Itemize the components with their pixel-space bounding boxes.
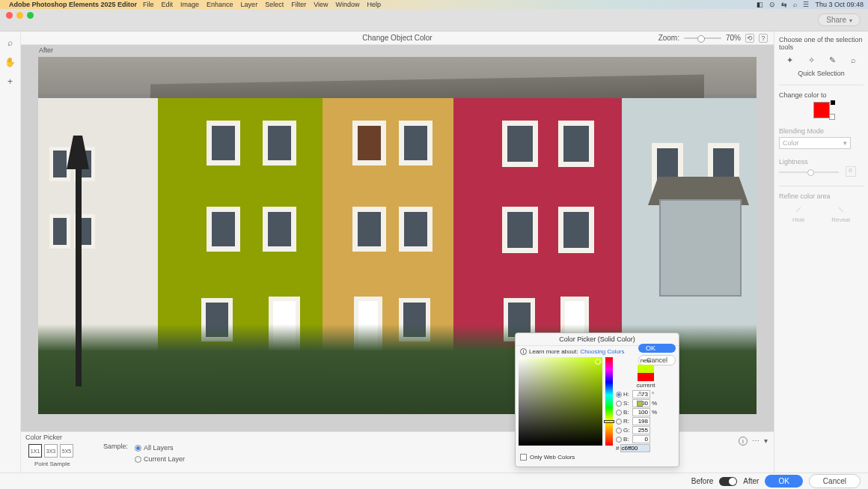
options-panel-label: Color Picker bbox=[25, 434, 62, 441]
menu-enhance[interactable]: Enhance bbox=[207, 1, 233, 8]
app-name: Adobe Photoshop Elements 2025 Editor bbox=[9, 1, 137, 8]
bb-input[interactable] bbox=[632, 435, 650, 443]
control-icon[interactable]: ⇆ bbox=[781, 1, 787, 8]
new-current-swatches bbox=[638, 365, 654, 381]
magic-wand-tool-icon[interactable]: ✧ bbox=[808, 55, 815, 65]
choosing-colors-link[interactable]: Choosing Colors bbox=[580, 348, 624, 355]
maximize-window-button[interactable] bbox=[27, 12, 34, 19]
menubar-datetime[interactable]: Thu 3 Oct 09:48 bbox=[815, 1, 864, 8]
add-tool-icon[interactable]: + bbox=[7, 76, 13, 87]
help-icon[interactable]: ? bbox=[759, 34, 768, 43]
after-toggle-label: After bbox=[743, 477, 759, 485]
menu-help[interactable]: Help bbox=[367, 1, 382, 8]
point-sample-label: Point Sample bbox=[34, 461, 70, 467]
hand-tool-icon[interactable]: ✋ bbox=[4, 57, 16, 67]
menu-file[interactable]: File bbox=[143, 1, 154, 8]
before-toggle-label: Before bbox=[691, 477, 713, 485]
mac-menubar: Adobe Photoshop Elements 2025 Editor Fil… bbox=[0, 0, 868, 9]
menu-image[interactable]: Image bbox=[180, 1, 199, 8]
learn-more-label: Learn more about: bbox=[529, 348, 578, 355]
quick-selection-label: Quick Selection bbox=[779, 70, 864, 77]
menu-layer[interactable]: Layer bbox=[241, 1, 258, 8]
control-center-icon[interactable]: ☰ bbox=[803, 1, 809, 8]
choose-tool-label: Choose one of the selection tools bbox=[779, 36, 864, 51]
sb-picker-dot[interactable] bbox=[595, 359, 601, 365]
zoom-slider[interactable] bbox=[684, 37, 721, 39]
page-title: Change Object Color bbox=[362, 34, 432, 42]
close-window-button[interactable] bbox=[6, 12, 13, 19]
search-icon[interactable]: ⌕ bbox=[793, 1, 797, 8]
zoom-tool-icon[interactable]: ⌕ bbox=[7, 37, 13, 48]
lightness-label: Lightness bbox=[779, 158, 864, 165]
bb-radio[interactable] bbox=[616, 437, 622, 443]
radio-current-layer[interactable] bbox=[135, 456, 141, 463]
color-picker-dialog: Color Picker (Solid Color) i Learn more … bbox=[515, 332, 679, 467]
saturation-brightness-field[interactable] bbox=[519, 357, 602, 446]
radio-all-layers[interactable] bbox=[135, 445, 141, 452]
menu-select[interactable]: Select bbox=[265, 1, 284, 8]
zoom-label: Zoom: bbox=[658, 34, 679, 42]
chevron-down-icon[interactable]: ▾ bbox=[764, 437, 768, 446]
sample-5x5[interactable]: 5X5 bbox=[60, 444, 73, 458]
zoom-tool-icon[interactable]: ⌕ bbox=[851, 55, 856, 65]
reveal-brush[interactable]: ⟍Reveal bbox=[831, 204, 850, 223]
blending-mode-select[interactable]: Color▾ bbox=[779, 137, 851, 149]
info-circle-icon[interactable]: i bbox=[739, 437, 748, 446]
b-radio[interactable] bbox=[616, 410, 622, 416]
zoom-value: 70% bbox=[726, 34, 741, 42]
current-layer-label[interactable]: Current Layer bbox=[144, 455, 185, 463]
auto-select-tool-icon[interactable]: ✦ bbox=[786, 55, 793, 65]
all-layers-label[interactable]: All Layers bbox=[144, 444, 174, 452]
minimize-window-button[interactable] bbox=[16, 12, 23, 19]
more-icon[interactable]: ⋯ bbox=[752, 437, 760, 446]
h-radio[interactable] bbox=[616, 392, 622, 398]
hex-input[interactable] bbox=[620, 444, 650, 452]
wifi-icon[interactable]: ⊙ bbox=[769, 1, 775, 8]
share-button[interactable]: Share bbox=[818, 13, 861, 26]
reset-icon[interactable]: ⟲ bbox=[745, 34, 754, 43]
hue-slider[interactable] bbox=[605, 357, 613, 446]
r-radio[interactable] bbox=[616, 419, 622, 425]
new-label: new bbox=[616, 357, 676, 364]
sample-1x1[interactable]: 1X1 bbox=[28, 444, 42, 458]
refine-label: Refine color area bbox=[779, 192, 864, 200]
g-input[interactable] bbox=[632, 426, 650, 434]
gamut-warning-icon[interactable]: ⚠ bbox=[637, 390, 643, 398]
b-input[interactable] bbox=[632, 408, 650, 416]
ok-button[interactable]: OK bbox=[765, 475, 802, 488]
menu-edit[interactable]: Edit bbox=[162, 1, 174, 8]
menu-view[interactable]: View bbox=[314, 1, 328, 8]
left-toolbar: ⌕ ✋ + bbox=[0, 31, 21, 473]
right-panel: Choose one of the selection tools ✦ ✧ ✎ … bbox=[774, 31, 868, 473]
only-web-checkbox[interactable] bbox=[520, 454, 527, 461]
footer-bar: Before After OK Cancel bbox=[0, 473, 868, 489]
picker-ok-button[interactable]: OK bbox=[638, 344, 676, 353]
r-input[interactable] bbox=[632, 417, 650, 425]
lightness-value[interactable]: 0 bbox=[846, 166, 856, 177]
menu-window[interactable]: Window bbox=[336, 1, 360, 8]
traffic-lights bbox=[6, 12, 34, 19]
g-radio[interactable] bbox=[616, 428, 622, 434]
menu-filter[interactable]: Filter bbox=[291, 1, 306, 8]
only-web-label[interactable]: Only Web Colors bbox=[530, 454, 575, 461]
before-after-toggle[interactable] bbox=[719, 477, 737, 486]
top-bar: Change Object Color Zoom: 70% ⟲ ? bbox=[21, 31, 774, 45]
lightness-slider[interactable] bbox=[779, 171, 839, 173]
after-label: After bbox=[39, 46, 53, 54]
sample-label: Sample: bbox=[103, 443, 128, 450]
s-radio[interactable] bbox=[616, 401, 622, 407]
new-color-swatch[interactable] bbox=[638, 365, 654, 373]
current-color-swatch[interactable] bbox=[638, 373, 654, 381]
status-icon[interactable]: ◧ bbox=[757, 1, 763, 8]
target-color-swatch[interactable] bbox=[813, 102, 830, 118]
selection-brush-tool-icon[interactable]: ✎ bbox=[829, 55, 836, 65]
current-label: current bbox=[616, 382, 676, 389]
window-chrome: Share bbox=[0, 9, 868, 31]
hue-selector[interactable] bbox=[604, 420, 614, 423]
sample-3x3[interactable]: 3X3 bbox=[44, 444, 58, 458]
cancel-button[interactable]: Cancel bbox=[809, 474, 861, 488]
hide-brush[interactable]: ⟋Hide bbox=[792, 204, 804, 223]
nearest-web-color-swatch[interactable] bbox=[637, 401, 643, 407]
info-icon[interactable]: i bbox=[520, 348, 527, 355]
blending-mode-label: Blending Mode bbox=[779, 127, 864, 135]
